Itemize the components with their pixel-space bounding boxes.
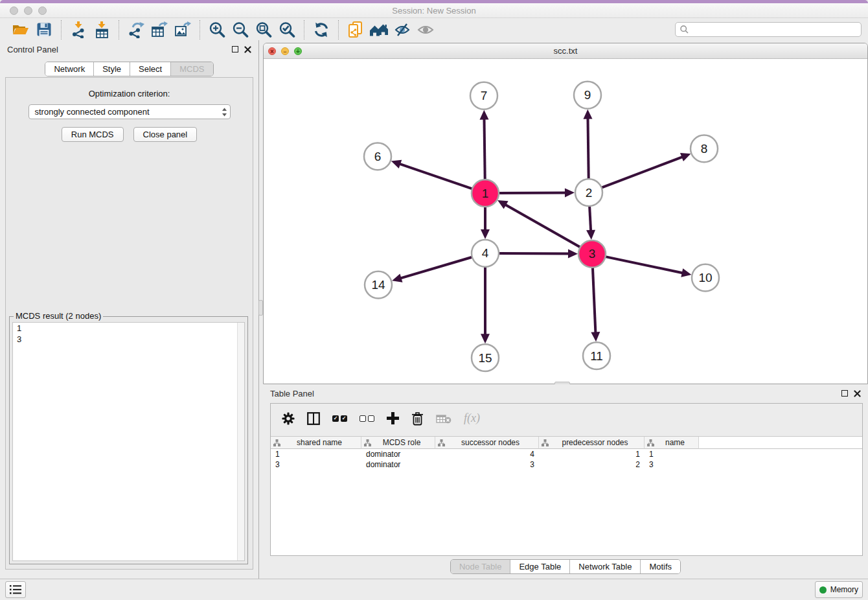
- run-mcds-button[interactable]: Run MCDS: [62, 127, 124, 142]
- table-cell[interactable]: dominator: [361, 449, 435, 459]
- graph-node-15[interactable]: 15: [472, 344, 499, 371]
- split-column-button[interactable]: [307, 412, 320, 425]
- graph-edge-4-3[interactable]: [499, 249, 578, 259]
- close-panel-button[interactable]: Close panel: [133, 127, 198, 142]
- table-cell[interactable]: 1: [645, 449, 699, 459]
- graph-edge-1-4[interactable]: [481, 207, 490, 239]
- graph-edge-1-6[interactable]: [391, 160, 472, 189]
- graph-edge-2-3[interactable]: [586, 206, 595, 240]
- table-cell[interactable]: 2: [539, 459, 645, 470]
- column-header-filler: [699, 437, 862, 449]
- add-row-button[interactable]: [387, 412, 399, 424]
- table-cell[interactable]: 3: [271, 459, 361, 470]
- result-line: 3: [13, 334, 244, 345]
- table-row[interactable]: 1dominator411: [271, 449, 862, 459]
- search-input[interactable]: [692, 25, 856, 34]
- import-network-button[interactable]: [67, 20, 90, 40]
- graph-edge-1-7[interactable]: [479, 110, 488, 180]
- control-panel-title: Control Panel: [7, 45, 58, 54]
- function-builder-button[interactable]: f(x): [464, 411, 480, 425]
- refresh-layout-button[interactable]: [310, 20, 333, 40]
- network-window-titlebar[interactable]: scc.txt: [264, 43, 867, 59]
- graph-node-label: 3: [589, 247, 596, 260]
- zoom-in-button[interactable]: [205, 20, 229, 40]
- export-network-button[interactable]: [124, 20, 148, 40]
- clone-network-button[interactable]: [344, 20, 367, 40]
- tab-style[interactable]: Style: [93, 62, 130, 76]
- save-session-button[interactable]: [32, 20, 56, 40]
- network-canvas[interactable]: 7968124314101511: [264, 60, 867, 384]
- delete-table-button[interactable]: [436, 413, 451, 424]
- mcds-result-list[interactable]: 13: [12, 322, 245, 561]
- graph-node-1[interactable]: 1: [472, 179, 499, 207]
- graph-node-11[interactable]: 11: [583, 342, 610, 369]
- open-file-button[interactable]: [9, 20, 32, 40]
- graph-edge-2-9[interactable]: [583, 110, 592, 179]
- tab-network[interactable]: Network: [45, 62, 93, 76]
- table-row[interactable]: 3dominator323: [271, 459, 862, 470]
- table-tab-motifs[interactable]: Motifs: [640, 560, 680, 573]
- export-image-button[interactable]: [171, 20, 194, 40]
- table-cell[interactable]: 3: [435, 459, 539, 470]
- close-table-panel-icon[interactable]: [854, 390, 861, 397]
- table-cell[interactable]: dominator: [361, 459, 435, 470]
- graph-node-10[interactable]: 10: [692, 264, 719, 292]
- deselect-all-checkboxes-button[interactable]: [360, 415, 374, 422]
- criterion-select[interactable]: strongly connected component: [29, 104, 231, 119]
- hide-selected-button[interactable]: [391, 20, 414, 40]
- graph-edge-3-1[interactable]: [497, 200, 580, 247]
- tab-mcds[interactable]: MCDS: [170, 62, 212, 76]
- column-header-MCDS-role[interactable]: MCDS role: [361, 437, 435, 449]
- graph-node-9[interactable]: 9: [574, 82, 601, 109]
- node-table[interactable]: shared nameMCDS rolesuccessor nodesprede…: [271, 436, 862, 555]
- graph-edge-3-11[interactable]: [591, 268, 600, 342]
- column-header-shared-name[interactable]: shared name: [271, 437, 361, 449]
- column-header-successor-nodes[interactable]: successor nodes: [435, 437, 539, 449]
- graph-node-6[interactable]: 6: [364, 143, 391, 170]
- task-history-button[interactable]: [5, 581, 26, 598]
- close-panel-icon[interactable]: [244, 46, 251, 53]
- graph-node-8[interactable]: 8: [691, 135, 718, 163]
- graph-node-4[interactable]: 4: [472, 240, 499, 267]
- export-table-button[interactable]: [148, 20, 171, 40]
- table-cell[interactable]: 1: [539, 449, 645, 459]
- table-cell[interactable]: 4: [435, 449, 539, 459]
- column-settings-button[interactable]: [282, 412, 295, 425]
- zoom-fit-button[interactable]: [252, 20, 275, 40]
- graph-node-3[interactable]: 3: [578, 240, 606, 268]
- show-all-button[interactable]: [414, 20, 437, 40]
- tab-select[interactable]: Select: [130, 62, 170, 76]
- graph-edge-3-10[interactable]: [606, 257, 692, 277]
- delete-rows-button[interactable]: [411, 411, 424, 426]
- float-panel-icon[interactable]: [232, 46, 238, 52]
- column-header-label: name: [654, 438, 696, 447]
- graph-node-14[interactable]: 14: [365, 271, 392, 299]
- table-tab-node-table[interactable]: Node Table: [451, 560, 510, 573]
- table-tab-edge-table[interactable]: Edge Table: [510, 560, 569, 573]
- home-layout-button[interactable]: [367, 20, 391, 40]
- network-graph[interactable]: 7968124314101511: [264, 60, 867, 384]
- table-tab-network-table[interactable]: Network Table: [569, 560, 640, 573]
- graph-node-7[interactable]: 7: [470, 82, 497, 110]
- graph-edge-1-2[interactable]: [499, 188, 575, 197]
- search-box[interactable]: [675, 22, 862, 37]
- column-header-predecessor-nodes[interactable]: predecessor nodes: [539, 437, 645, 449]
- import-table-button[interactable]: [90, 20, 113, 40]
- graph-node-label: 15: [478, 351, 492, 365]
- table-cell[interactable]: 1: [271, 449, 361, 459]
- graph-edge-2-8[interactable]: [602, 153, 691, 188]
- table-cell[interactable]: 3: [645, 459, 699, 470]
- result-scrollbar[interactable]: [237, 323, 244, 560]
- select-all-checkboxes-button[interactable]: [332, 415, 347, 422]
- graph-edge-4-15[interactable]: [481, 267, 490, 344]
- graph-edge-4-14[interactable]: [392, 257, 472, 283]
- zoom-selected-button[interactable]: [275, 20, 299, 40]
- zoom-out-button[interactable]: [229, 20, 252, 40]
- memory-button[interactable]: Memory: [815, 581, 863, 598]
- graph-node-label: 8: [701, 142, 708, 156]
- vertical-splitter-handle[interactable]: [258, 300, 263, 316]
- float-table-panel-icon[interactable]: [841, 390, 848, 397]
- graph-node-2[interactable]: 2: [575, 179, 602, 206]
- column-header-name[interactable]: name: [645, 437, 699, 449]
- control-panel-tab-group: NetworkStyleSelectMCDS: [45, 62, 213, 76]
